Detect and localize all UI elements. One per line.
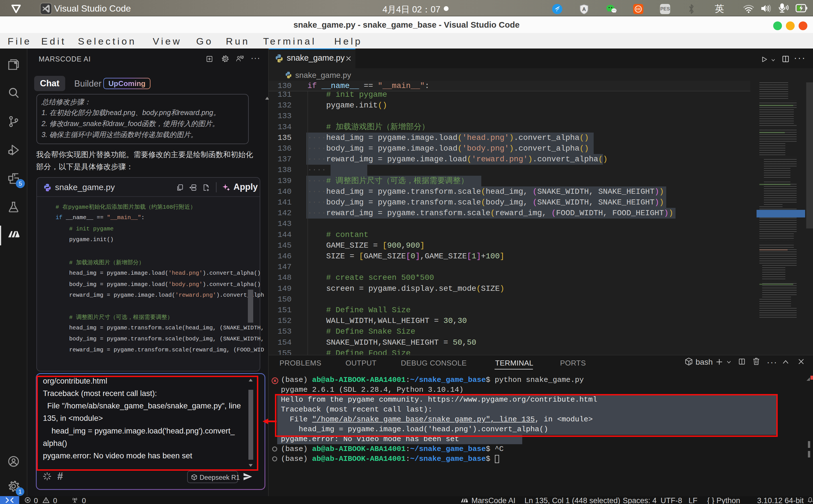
- svg-text:$: $: [690, 362, 691, 365]
- svg-text:A: A: [582, 6, 586, 12]
